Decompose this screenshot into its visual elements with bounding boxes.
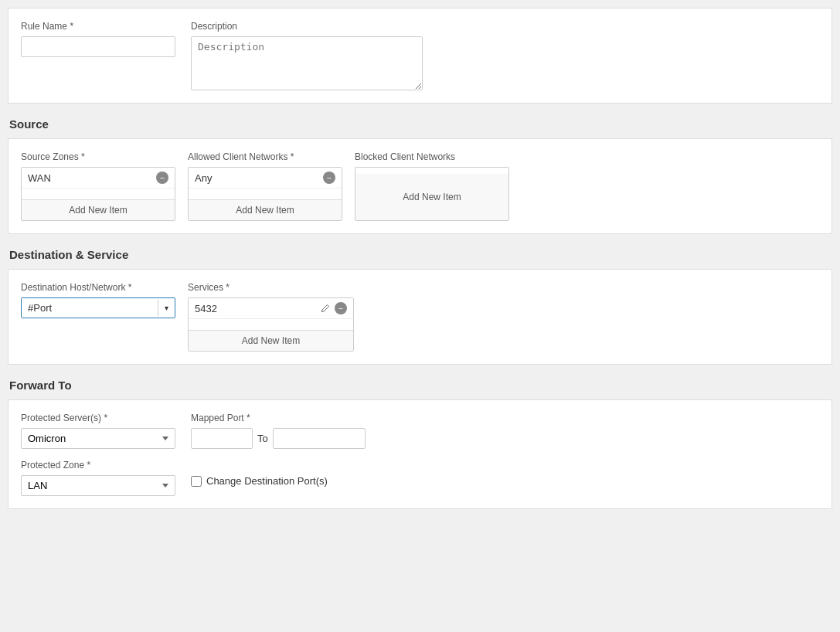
destination-host-input-container: #Port ▾: [21, 297, 175, 318]
remove-service-button[interactable]: −: [335, 302, 347, 314]
remove-any-button[interactable]: −: [323, 172, 335, 184]
description-block: Description: [191, 21, 423, 90]
service-actions: −: [319, 302, 347, 314]
dest-dropdown-arrow-icon[interactable]: ▾: [158, 300, 175, 316]
services-field: Services * 5432 −: [188, 282, 354, 352]
description-textarea[interactable]: [191, 36, 423, 90]
forward-top-row: Protected Server(s) * Omicron Mapped Por…: [21, 413, 819, 449]
source-zones-field: Source Zones * WAN − Add New Item: [21, 151, 175, 221]
mapped-port-to-input[interactable]: [273, 428, 366, 449]
protected-servers-label: Protected Server(s) *: [21, 413, 175, 423]
mapped-port-inputs: 5432 To: [191, 428, 366, 449]
forward-bottom-row: Protected Zone * LAN Change Destination …: [21, 460, 819, 496]
source-card: Source Zones * WAN − Add New Item All: [8, 138, 832, 234]
protected-zone-select[interactable]: LAN: [21, 475, 175, 496]
mapped-port-label: Mapped Port *: [191, 413, 366, 423]
change-destination-port-field: Change Destination Port(s): [191, 460, 328, 487]
remove-wan-button[interactable]: −: [156, 172, 168, 184]
allowed-client-networks-field: Allowed Client Networks * Any − Add New …: [188, 151, 342, 221]
change-destination-port-checkbox[interactable]: [191, 476, 202, 487]
source-section-header: Source: [8, 113, 832, 135]
service-item-5432: 5432 −: [189, 298, 353, 319]
destination-service-card: Destination Host/Network * #Port ▾ Servi…: [8, 269, 832, 365]
allowed-networks-add-button[interactable]: Add New Item: [189, 199, 342, 220]
page-container: Rule Name * SAN To Omicron Description S…: [0, 0, 840, 632]
allowed-client-networks-label: Allowed Client Networks *: [188, 151, 342, 162]
allowed-client-networks-box: Any − Add New Item: [188, 167, 342, 221]
services-add-button[interactable]: Add New Item: [189, 330, 353, 351]
protected-zone-label: Protected Zone *: [21, 460, 175, 471]
description-label: Description: [191, 21, 423, 32]
destination-host-field: Destination Host/Network * #Port ▾: [21, 282, 175, 318]
forward-to-section-header: Forward To: [8, 374, 832, 396]
mapped-port-to-label: To: [257, 433, 268, 444]
destination-host-label: Destination Host/Network *: [21, 282, 175, 293]
rule-name-description-card: Rule Name * SAN To Omicron Description: [8, 8, 832, 104]
source-zones-item-wan: WAN −: [22, 168, 175, 189]
protected-servers-field: Protected Server(s) * Omicron: [21, 413, 175, 449]
protected-servers-select[interactable]: Omicron: [21, 428, 175, 449]
blocked-networks-add-button[interactable]: Add New Item: [355, 174, 508, 220]
forward-to-card: Protected Server(s) * Omicron Mapped Por…: [8, 399, 832, 509]
source-zones-box: WAN − Add New Item: [21, 167, 175, 221]
blocked-client-networks-field: Blocked Client Networks Add New Item: [355, 151, 509, 221]
mapped-port-from-input[interactable]: 5432: [191, 428, 253, 449]
protected-zone-field: Protected Zone * LAN: [21, 460, 175, 496]
zones-row: Source Zones * WAN − Add New Item All: [21, 151, 819, 221]
source-zones-label: Source Zones *: [21, 151, 175, 162]
dest-row: Destination Host/Network * #Port ▾ Servi…: [21, 282, 819, 352]
rule-name-block: Rule Name * SAN To Omicron: [21, 21, 175, 57]
mapped-port-field: Mapped Port * 5432 To: [191, 413, 366, 449]
dest-prefix: #Port: [22, 298, 52, 318]
rule-name-label: Rule Name *: [21, 21, 175, 32]
services-label: Services *: [188, 282, 354, 293]
services-box: 5432 − Add New Item: [188, 297, 354, 352]
change-destination-port-row: Change Destination Port(s): [191, 475, 328, 487]
source-zones-add-button[interactable]: Add New Item: [22, 199, 175, 220]
edit-service-icon[interactable]: [319, 302, 332, 314]
blocked-client-networks-label: Blocked Client Networks: [355, 151, 509, 162]
blocked-client-networks-box: Add New Item: [355, 167, 509, 221]
destination-section-header: Destination & Service: [8, 243, 832, 266]
rule-name-input[interactable]: SAN To Omicron: [21, 36, 175, 57]
change-destination-port-label[interactable]: Change Destination Port(s): [206, 475, 328, 487]
destination-host-input[interactable]: [52, 298, 158, 318]
allowed-item-any: Any −: [189, 168, 342, 189]
